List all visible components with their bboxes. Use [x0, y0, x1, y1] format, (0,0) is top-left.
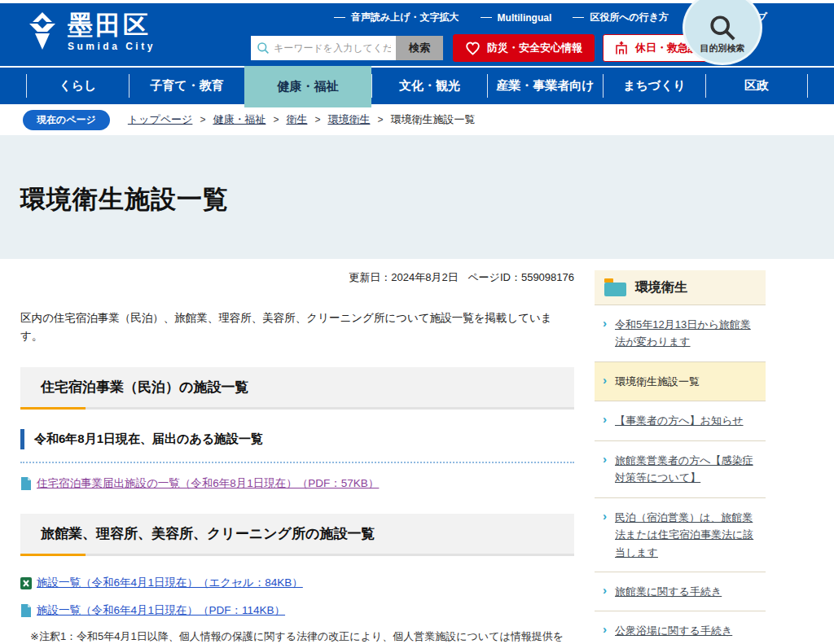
sidebar-item-label: 旅館業営業者の方へ【感染症対策等について】 — [615, 454, 753, 484]
sidebar-title: 環境衛生 — [635, 279, 687, 296]
pdf-file-icon — [20, 604, 32, 617]
sidebar-item-infection-measures[interactable]: › 旅館業営業者の方へ【感染症対策等について】 — [595, 440, 766, 497]
link-multilingual[interactable]: Multilingual — [481, 11, 552, 24]
chevron-right-icon: › — [603, 620, 607, 640]
search-input[interactable] — [251, 36, 396, 60]
sidebar-item-label: 公衆浴場に関する手続き — [615, 624, 732, 637]
sidebar-item-label: 【事業者の方へ】お知らせ — [615, 414, 744, 427]
city-name: 墨田区 — [68, 12, 156, 37]
sidebar-kankyo-eisei: 環境衛生 › 令和5年12月13日から旅館業法が変わります › 環境衛生施設一覧… — [595, 270, 766, 644]
pdf-link-row-ryokan: 施設一覧（令和6年4月1日現在）（PDF：114KB） — [20, 603, 574, 618]
dash-decoration — [481, 17, 492, 18]
search-icon — [257, 42, 270, 55]
updated-date: 更新日：2024年8月2日 — [349, 271, 458, 283]
sidebar-item-label: 民泊（宿泊営業）は、旅館業法または住宅宿泊事業法に該当します — [615, 511, 753, 559]
logo-text: 墨田区 Sumida City — [68, 12, 156, 52]
header-actions: 検索 防災・安全安心情報 休日・救急診療 — [251, 34, 721, 62]
search-button[interactable]: 検索 — [396, 36, 443, 60]
page-title: 環境衛生施設一覧 — [20, 182, 834, 217]
breadcrumb-separator: > — [377, 114, 383, 125]
current-page-badge: 現在のページ — [23, 110, 110, 130]
sidebar-item-public-bath-procedures[interactable]: › 公衆浴場に関する手続き — [595, 611, 766, 644]
subsection-wrap: 令和6年8月1日現在、届出のある施設一覧 — [20, 429, 574, 463]
note-1: ※注釈1：令和5年4月1日以降、個人情報の保護に関する法律の改正により、個人営業… — [30, 628, 574, 644]
pdf-link-row-minpaku: 住宅宿泊事業届出施設の一覧（令和6年8月1日現在）（PDF：57KB） — [20, 476, 574, 491]
breadcrumb-link-home[interactable]: トップページ — [128, 112, 193, 127]
excel-file-icon — [20, 577, 32, 589]
sidebar-list: › 令和5年12月13日から旅館業法が変わります › 環境衛生施設一覧 › 【事… — [595, 304, 766, 644]
pdf-file-icon — [20, 477, 32, 490]
sidebar-item-label: 旅館業に関する手続き — [615, 585, 722, 598]
excel-link-row: 施設一覧（令和6年4月1日現在）（エクセル：84KB） — [20, 576, 574, 590]
link-label: 区役所への行き方 — [590, 11, 669, 24]
sidebar-item-facility-list-current[interactable]: › 環境衛生施設一覧 — [595, 361, 766, 401]
breadcrumb-separator: > — [273, 114, 279, 125]
sidebar-item-label: 令和5年12月13日から旅館業法が変わります — [615, 318, 751, 348]
sumida-emblem-icon — [24, 11, 60, 53]
folder-icon — [604, 283, 626, 296]
intro-paragraph: 区内の住宅宿泊事業（民泊）、旅館業、理容所、美容所、クリーニング所について施設一… — [20, 309, 574, 344]
hospital-icon — [614, 41, 629, 55]
breadcrumb-link-kenko[interactable]: 健康・福祉 — [213, 112, 266, 127]
pdf-link-minpaku[interactable]: 住宅宿泊事業届出施設の一覧（令和6年8月1日現在）（PDF：57KB） — [37, 476, 379, 491]
page-meta: 更新日：2024年8月2日 ページID：559098176 — [20, 270, 574, 285]
breadcrumb-separator: > — [314, 114, 320, 125]
disaster-safety-label: 防災・安全安心情報 — [487, 41, 582, 55]
nav-item-kenko-fukushi[interactable]: 健康・福祉 — [244, 66, 371, 107]
link-accessibility[interactable]: 音声読み上げ・文字拡大 — [334, 11, 459, 24]
chevron-right-icon: › — [603, 580, 607, 601]
sidebar-header: 環境衛生 — [595, 270, 766, 304]
city-name-en: Sumida City — [68, 41, 156, 52]
link-label: 音声読み上げ・文字拡大 — [351, 11, 459, 24]
pdf-link-ryokan[interactable]: 施設一覧（令和6年4月1日現在）（PDF：114KB） — [37, 603, 285, 618]
site-header: 墨田区 Sumida City 音声読み上げ・文字拡大 Multilingual… — [0, 3, 834, 66]
subsection-heading: 令和6年8月1日現在、届出のある施設一覧 — [20, 429, 574, 449]
section-heading-minpaku: 住宅宿泊事業（民泊）の施設一覧 — [20, 367, 574, 410]
nav-item-kosodate[interactable]: 子育て・教育 — [129, 74, 244, 98]
notes-block: ※注釈1：令和5年4月1日以降、個人情報の保護に関する法律の改正により、個人営業… — [20, 628, 574, 644]
chevron-right-icon: › — [603, 410, 607, 430]
global-navigation: くらし 子育て・教育 健康・福祉 文化・観光 産業・事業者向け まちづくり 区政 — [0, 66, 834, 104]
heart-icon — [465, 42, 481, 55]
link-label: Multilingual — [498, 12, 552, 24]
dash-decoration — [573, 17, 584, 18]
breadcrumb-separator: > — [200, 114, 205, 125]
dash-decoration — [334, 17, 345, 18]
nav-item-kurashi[interactable]: くらし — [26, 74, 129, 98]
page-title-band: 環境衛生施設一覧 — [0, 135, 834, 259]
chevron-right-icon: › — [603, 313, 607, 334]
sidebar-item-business-notice[interactable]: › 【事業者の方へ】お知らせ — [595, 401, 766, 440]
section-heading-ryokan: 旅館業、理容所、美容所、クリーニング所の施設一覧 — [20, 514, 574, 556]
purpose-search-label: 目的別検索 — [700, 42, 745, 55]
main-area: 更新日：2024年8月2日 ページID：559098176 区内の住宅宿泊事業（… — [0, 259, 834, 644]
search-input-wrap — [251, 36, 396, 60]
chevron-right-icon: › — [603, 506, 607, 527]
breadcrumb-link-eisei[interactable]: 衛生 — [286, 112, 307, 127]
site-search: 検索 — [251, 36, 443, 60]
page-id: ページID：559098176 — [467, 271, 574, 283]
breadcrumb: 現在のページ トップページ > 健康・福祉 > 衛生 > 環境衛生 > 環境衛生… — [0, 104, 834, 135]
breadcrumb-link-kankyo-eisei[interactable]: 環境衛生 — [327, 112, 370, 127]
breadcrumb-current: 環境衛生施設一覧 — [390, 112, 475, 127]
chevron-right-icon: › — [603, 449, 607, 470]
sidebar-item-ryokan-procedures[interactable]: › 旅館業に関する手続き — [595, 572, 766, 611]
main-content: 更新日：2024年8月2日 ページID：559098176 区内の住宅宿泊事業（… — [20, 270, 574, 644]
nav-item-machizukuri[interactable]: まちづくり — [603, 74, 705, 98]
sidebar-item-label: 環境衛生施設一覧 — [615, 375, 700, 388]
link-directions[interactable]: 区役所への行き方 — [573, 11, 669, 24]
chevron-right-icon: › — [603, 370, 607, 391]
search-icon — [709, 14, 736, 42]
disaster-safety-button[interactable]: 防災・安全安心情報 — [453, 34, 595, 62]
sidebar-item-ryokan-law-change[interactable]: › 令和5年12月13日から旅館業法が変わります — [595, 304, 766, 361]
nav-item-kusei[interactable]: 区政 — [705, 74, 808, 98]
sidebar-item-minpaku-law[interactable]: › 民泊（宿泊営業）は、旅館業法または住宅宿泊事業法に該当します — [595, 497, 766, 572]
excel-link-ryokan[interactable]: 施設一覧（令和6年4月1日現在）（エクセル：84KB） — [37, 576, 303, 590]
nav-item-bunka-kanko[interactable]: 文化・観光 — [371, 74, 487, 98]
nav-item-sangyo[interactable]: 産業・事業者向け — [487, 74, 603, 98]
site-logo[interactable]: 墨田区 Sumida City — [24, 11, 156, 53]
